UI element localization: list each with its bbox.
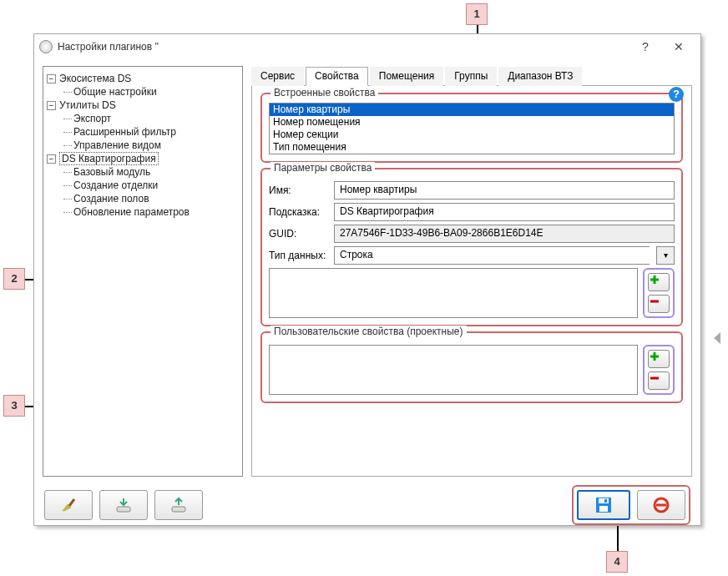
dialog-footer	[34, 477, 700, 533]
type-label: Тип данных:	[269, 250, 327, 261]
brush-icon	[59, 496, 78, 514]
tree-node[interactable]: Расширенный фильтр	[62, 125, 239, 139]
tree-node[interactable]: Общие настройки	[62, 85, 239, 99]
tree-node[interactable]: Создание полов	[62, 192, 239, 205]
close-button[interactable]: ✕	[662, 40, 695, 53]
tab-groups[interactable]: Группы	[445, 67, 497, 86]
window-title: Настройки плагинов ''	[58, 41, 629, 53]
remove-button[interactable]	[648, 371, 670, 390]
side-marker-icon	[714, 332, 720, 344]
add-remove-buttons	[643, 268, 675, 318]
svg-rect-7	[117, 507, 130, 512]
builtin-properties-group: ? Встроенные свойства Номер квартиры Ном…	[260, 93, 683, 163]
help-button[interactable]: ?	[629, 40, 662, 53]
drive-import-icon	[114, 496, 133, 514]
property-params-group: Параметры свойства Имя: Номер квартиры П…	[260, 168, 683, 326]
tree-node-selected[interactable]: DS Квартирография	[59, 152, 159, 165]
add-button[interactable]	[648, 350, 670, 368]
drive-export-icon	[169, 496, 188, 514]
cancel-button[interactable]	[637, 490, 685, 520]
custom-properties-list[interactable]	[269, 345, 638, 395]
expand-icon[interactable]: −	[47, 154, 56, 164]
custom-properties-group: Пользовательские свойства (проектные)	[260, 331, 683, 403]
list-item[interactable]: Тип помещения	[270, 141, 674, 154]
tab-properties[interactable]: Свойства	[306, 67, 368, 86]
app-icon	[39, 40, 53, 53]
tree-node[interactable]: Экосистема DS	[59, 73, 131, 84]
import-button[interactable]	[99, 490, 148, 520]
callout-2: 2	[3, 268, 25, 290]
name-field[interactable]: Номер квартиры	[334, 181, 675, 200]
tree-node[interactable]: Базовый модуль	[62, 165, 239, 179]
svg-rect-11	[599, 506, 608, 512]
export-button[interactable]	[154, 490, 203, 520]
hint-field[interactable]: DS Квартирография	[334, 203, 675, 221]
property-values-list[interactable]	[269, 268, 638, 318]
name-label: Имя:	[269, 184, 327, 196]
tree-node[interactable]: Экспорт	[62, 112, 239, 125]
guid-label: GUID:	[269, 228, 327, 240]
group-legend: Пользовательские свойства (проектные)	[270, 326, 467, 337]
save-cancel-group	[572, 485, 690, 525]
no-entry-icon	[652, 496, 670, 514]
plugin-settings-dialog: Настройки плагинов '' ? ✕ −Экосистема DS…	[33, 33, 701, 526]
list-item[interactable]: Номер квартиры	[270, 104, 674, 116]
tab-service[interactable]: Сервис	[251, 67, 304, 86]
tab-bar: Сервис Свойства Помещения Группы Диапазо…	[251, 66, 692, 86]
callout-4: 4	[606, 551, 628, 573]
callout-1: 1	[466, 3, 488, 25]
chevron-down-icon[interactable]: ▾	[656, 246, 675, 265]
svg-line-6	[69, 499, 74, 506]
guid-field: 27A7546F-1D33-49B6-BA09-2866B1E6D14E	[334, 225, 675, 243]
tree-node[interactable]: Утилиты DS	[59, 99, 116, 111]
brush-button[interactable]	[44, 490, 93, 520]
svg-rect-8	[172, 507, 185, 512]
type-select[interactable]: Строка	[334, 246, 650, 265]
expand-icon[interactable]: −	[47, 74, 56, 83]
floppy-icon	[594, 495, 614, 515]
add-button[interactable]	[648, 273, 670, 291]
add-remove-buttons	[643, 345, 675, 395]
tab-rooms[interactable]: Помещения	[370, 67, 443, 86]
titlebar: Настройки плагинов '' ? ✕	[34, 34, 700, 59]
list-item[interactable]: Номер помещения	[270, 116, 674, 129]
tree-node[interactable]: Создание отделки	[62, 179, 239, 192]
expand-icon[interactable]: −	[47, 101, 56, 110]
group-legend: Параметры свойства	[270, 162, 375, 174]
remove-button[interactable]	[648, 295, 670, 313]
plugin-tree[interactable]: −Экосистема DS Общие настройки −Утилиты …	[43, 66, 243, 477]
list-item[interactable]: Номер секции	[270, 129, 674, 141]
save-button[interactable]	[577, 490, 630, 520]
tree-node[interactable]: Обновление параметров	[62, 205, 239, 219]
info-icon[interactable]: ?	[669, 87, 684, 102]
hint-label: Подсказка:	[269, 206, 327, 218]
callout-3: 3	[3, 395, 25, 417]
tree-node[interactable]: Управление видом	[62, 139, 239, 152]
svg-rect-12	[604, 499, 607, 503]
builtin-properties-list[interactable]: Номер квартиры Номер помещения Номер сек…	[269, 103, 675, 154]
group-legend: Встроенные свойства	[270, 87, 378, 99]
svg-rect-10	[599, 498, 609, 503]
tab-range[interactable]: Диапазон ВТЗ	[498, 67, 582, 86]
